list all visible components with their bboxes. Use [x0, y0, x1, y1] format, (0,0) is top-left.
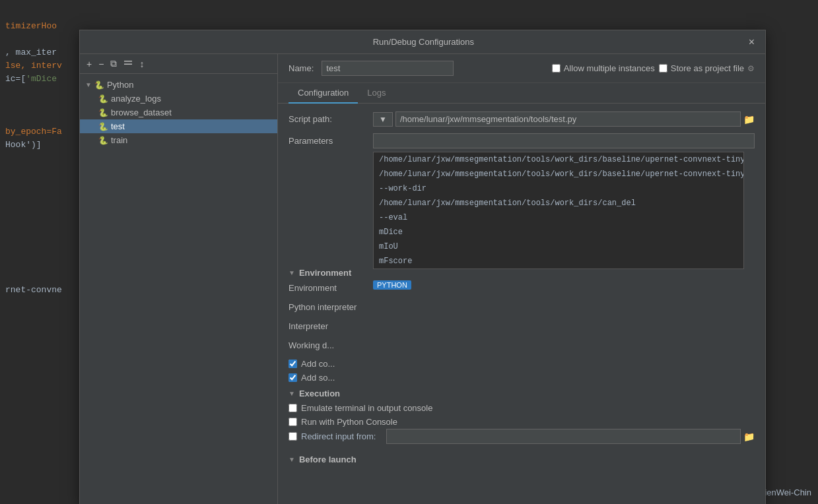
dialog-title: Run/Debug Configurations [101, 37, 746, 47]
python-interpreter-row: Python interpreter [289, 299, 755, 312]
sidebar-item-label: browse_dataset [111, 108, 172, 117]
tabs-bar: Configuration Logs [278, 83, 765, 104]
script-path-label: Script path: [289, 111, 368, 124]
param-line-5[interactable]: --eval [374, 210, 743, 225]
parameters-wrap [373, 133, 755, 148]
python-icon: 🐍 [98, 94, 108, 104]
redirect-input-field[interactable] [386, 429, 741, 444]
python-group-label: Python [107, 80, 133, 90]
parameters-row: Parameters [289, 133, 755, 148]
copy-config-button[interactable]: ⧉ [108, 57, 119, 71]
store-as-project-checkbox[interactable] [659, 64, 667, 73]
before-launch-header[interactable]: ▼ Before launch [289, 451, 755, 467]
redirect-folder-button[interactable]: 📁 [743, 431, 755, 442]
python-icon: 🐍 [98, 136, 108, 145]
emulate-terminal-row: Emulate terminal in output console [289, 401, 755, 415]
exec-arrow-icon: ▼ [289, 390, 295, 397]
execution-section-label: Execution [299, 389, 340, 398]
allow-multiple-item: Allow multiple instances [552, 63, 655, 73]
param-line-3[interactable]: --work-dir [374, 181, 743, 196]
parameters-dropdown[interactable]: /home/lunar/jxw/mmsegmentation/tools/wor… [373, 152, 744, 269]
add-config-button[interactable]: + [84, 57, 94, 71]
main-panel: Name: Allow multiple instances Store as … [278, 54, 765, 504]
before-launch-arrow-icon: ▼ [289, 456, 295, 463]
environment-section-label: Environment [299, 268, 351, 278]
svg-rect-1 [124, 64, 132, 65]
sidebar-item-analyze-logs[interactable]: 🐍 analyze_logs [80, 92, 277, 106]
store-as-project-item: Store as project file ⚙ [659, 63, 755, 73]
gear-icon[interactable]: ⚙ [747, 64, 755, 73]
run-python-console-label: Run with Python Console [301, 417, 397, 427]
param-line-8[interactable]: mFscore [374, 254, 743, 268]
script-path-wrap: ▼ 📁 [373, 111, 755, 127]
sidebar-item-label: analyze_logs [111, 94, 161, 104]
python-group: ▼ 🐍 Python 🐍 analyze_logs 🐍 browse_datas… [80, 77, 277, 148]
tab-configuration[interactable]: Configuration [289, 83, 358, 104]
script-path-input[interactable] [395, 111, 741, 127]
add-source-roots-label: Add so... [301, 373, 335, 383]
param-line-4[interactable]: /home/lunar/jxw/mmsegmentation/tools/wor… [374, 196, 743, 210]
move-config-button[interactable] [121, 57, 135, 71]
before-launch-label: Before launch [299, 455, 357, 464]
python-icon: 🐍 [98, 122, 108, 131]
working-dir-row: Working d... [289, 338, 755, 350]
allow-multiple-label: Allow multiple instances [564, 63, 655, 73]
dialog-body: + − ⧉ ↕ ▼ 🐍 Python [80, 54, 765, 504]
add-content-roots-checkbox[interactable] [289, 360, 297, 368]
checkbox-group: Allow multiple instances Store as projec… [552, 63, 755, 73]
config-tree: ▼ 🐍 Python 🐍 analyze_logs 🐍 browse_datas… [80, 74, 277, 504]
environment-wrap: PYTHON [373, 280, 755, 290]
sidebar-item-train[interactable]: 🐍 train [80, 133, 277, 147]
add-content-roots-label: Add co... [301, 359, 335, 369]
svg-rect-0 [124, 61, 132, 62]
sidebar-toolbar: + − ⧉ ↕ [80, 54, 277, 74]
python-group-icon: 🐍 [94, 80, 104, 90]
sidebar-item-test[interactable]: 🐍 test [80, 119, 277, 133]
environment-label: Environment [289, 280, 368, 293]
python-interpreter-label: Python interpreter [289, 299, 368, 312]
param-line-7[interactable]: mIoU [374, 239, 743, 254]
editor-code: timizerHoo , max_iter lse, interv ic=['m… [0, 20, 62, 297]
parameters-label: Parameters [289, 133, 368, 146]
param-line-2[interactable]: /home/lunar/jxw/mmsegmentation/tools/wor… [374, 167, 743, 181]
params-area: Parameters /home/lunar/jxw/mmsegmentatio… [289, 133, 755, 148]
param-line-6[interactable]: mDice [374, 225, 743, 239]
close-button[interactable]: × [746, 37, 757, 47]
python-group-header[interactable]: ▼ 🐍 Python [80, 78, 277, 92]
allow-multiple-checkbox[interactable] [552, 64, 561, 73]
name-row: Name: Allow multiple instances Store as … [278, 54, 765, 83]
before-launch-section: ▼ Before launch [289, 451, 755, 467]
store-as-project-label: Store as project file [671, 63, 744, 73]
python-icon: 🐍 [98, 108, 108, 117]
sort-config-button[interactable]: ↕ [137, 57, 147, 71]
env-arrow-icon: ▼ [289, 269, 295, 276]
redirect-input-checkbox[interactable] [289, 432, 297, 441]
run-python-console-checkbox[interactable] [289, 418, 297, 426]
interpreter-label: Interpreter [289, 319, 368, 331]
sidebar: + − ⧉ ↕ ▼ 🐍 Python [80, 54, 278, 504]
redirect-input-wrap: 📁 [386, 429, 755, 444]
script-path-row: Script path: ▼ 📁 [289, 111, 755, 127]
group-arrow-icon: ▼ [85, 81, 92, 88]
parameters-input[interactable] [373, 133, 755, 148]
script-path-folder-button[interactable]: 📁 [743, 114, 755, 125]
param-line-1[interactable]: /home/lunar/jxw/mmsegmentation/tools/wor… [374, 152, 743, 167]
add-source-roots-checkbox[interactable] [289, 373, 297, 382]
sidebar-item-browse-dataset[interactable]: 🐍 browse_dataset [80, 106, 277, 119]
tab-logs[interactable]: Logs [358, 83, 395, 104]
execution-section-header[interactable]: ▼ Execution [289, 385, 755, 401]
working-dir-label: Working d... [289, 338, 368, 350]
redirect-input-label: Redirect input from: [301, 431, 376, 441]
sidebar-item-label: train [111, 135, 127, 145]
sidebar-item-label: test [111, 121, 125, 131]
add-content-roots-row: Add co... [289, 357, 755, 371]
env-tag[interactable]: PYTHON [373, 280, 411, 290]
name-label: Name: [289, 63, 314, 73]
emulate-terminal-checkbox[interactable] [289, 404, 297, 412]
run-debug-dialog: Run/Debug Configurations × + − ⧉ ↕ [79, 30, 766, 504]
name-input[interactable] [322, 61, 454, 76]
emulate-terminal-label: Emulate terminal in output console [301, 403, 432, 413]
remove-config-button[interactable]: − [96, 57, 106, 71]
run-python-console-row: Run with Python Console [289, 415, 755, 429]
script-path-dropdown[interactable]: ▼ [373, 112, 393, 127]
